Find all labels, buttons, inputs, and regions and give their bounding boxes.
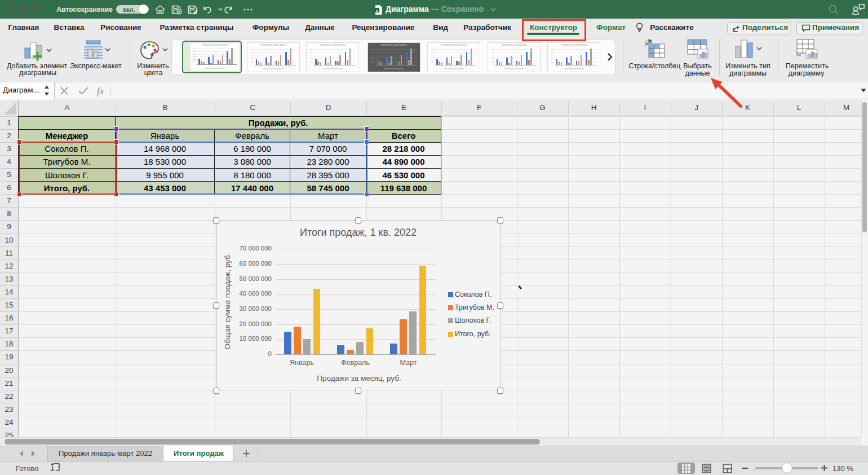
svg-text:x: x	[376, 8, 378, 12]
svg-text:fx: fx	[97, 86, 104, 96]
